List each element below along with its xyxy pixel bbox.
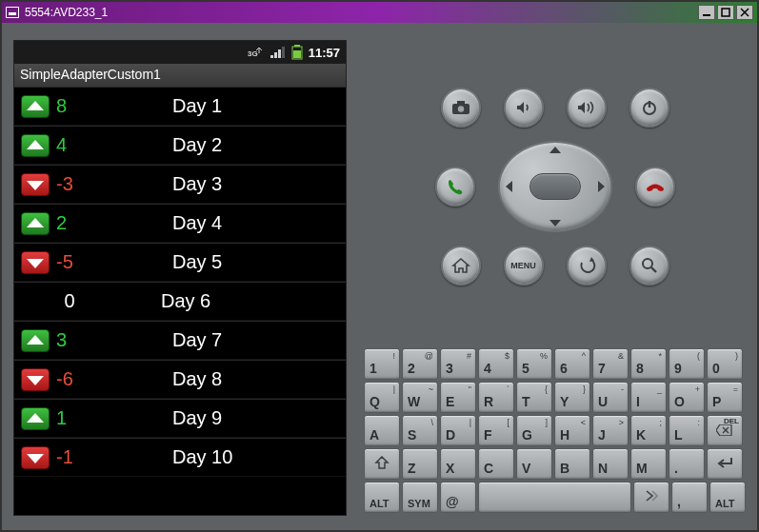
key-alt[interactable]: ALT bbox=[364, 482, 400, 513]
arrow-up-icon bbox=[21, 134, 50, 157]
dpad-down[interactable] bbox=[549, 220, 561, 227]
key-m[interactable]: M bbox=[630, 448, 667, 480]
key-space[interactable] bbox=[478, 482, 631, 513]
key-6[interactable]: ^6 bbox=[554, 348, 590, 380]
key-5[interactable]: %5 bbox=[516, 348, 552, 380]
key-alt[interactable]: ALT bbox=[709, 482, 746, 513]
emulator-controls: MENU !1@2#3$4%5^6&7*8(9)0|Q~W"E`R{T}Y-U_… bbox=[364, 23, 757, 530]
key-h[interactable]: <H bbox=[554, 415, 590, 446]
key-del[interactable]: DEL bbox=[707, 415, 743, 446]
menu-button[interactable]: MENU bbox=[504, 246, 544, 286]
key-z[interactable]: Z bbox=[402, 448, 438, 480]
trend-icon-cell bbox=[14, 251, 56, 274]
titlebar: 5554:AVD233_1 bbox=[2, 2, 757, 23]
arrow-up-icon bbox=[21, 329, 50, 352]
trend-icon-cell bbox=[14, 368, 56, 391]
dpad-up[interactable] bbox=[549, 147, 561, 153]
dpad-center[interactable] bbox=[529, 173, 581, 200]
day-label: Day 5 bbox=[106, 251, 346, 273]
list-item[interactable]: 1Day 9 bbox=[14, 399, 346, 438]
key-shift[interactable] bbox=[364, 448, 400, 480]
list-view[interactable]: 8Day 14Day 2-3Day 32Day 4-5Day 50Day 63D… bbox=[14, 87, 346, 477]
key-e[interactable]: "E bbox=[440, 382, 476, 413]
svg-rect-7 bbox=[278, 49, 281, 58]
key-.[interactable]: . bbox=[669, 448, 705, 480]
key-x[interactable]: X bbox=[440, 448, 476, 480]
list-item[interactable]: 4Day 2 bbox=[14, 126, 346, 165]
key-l[interactable]: :L bbox=[669, 415, 705, 446]
list-item[interactable]: -3Day 3 bbox=[14, 165, 346, 204]
key-n[interactable]: N bbox=[592, 448, 629, 480]
call-button[interactable] bbox=[435, 167, 475, 207]
key-4[interactable]: $4 bbox=[478, 348, 514, 380]
day-label: Day 8 bbox=[106, 368, 346, 390]
minimize-button[interactable] bbox=[698, 5, 715, 20]
value-label: 0 bbox=[45, 290, 94, 312]
maximize-button[interactable] bbox=[717, 5, 734, 20]
key-enter[interactable] bbox=[707, 448, 743, 480]
key-sym[interactable]: SYM bbox=[402, 482, 438, 513]
dpad bbox=[498, 141, 612, 232]
value-label: 2 bbox=[56, 212, 106, 234]
dpad-right[interactable] bbox=[598, 181, 605, 192]
list-item[interactable]: 8Day 1 bbox=[14, 87, 346, 126]
key-p[interactable]: =P bbox=[707, 382, 743, 413]
day-label: Day 2 bbox=[106, 134, 346, 156]
day-label: Day 7 bbox=[106, 329, 346, 351]
key-a[interactable]: A bbox=[364, 415, 400, 446]
key-k[interactable]: ;K bbox=[630, 415, 667, 446]
volume-up-button[interactable] bbox=[567, 88, 607, 128]
home-button[interactable] bbox=[441, 246, 481, 286]
key-u[interactable]: -U bbox=[592, 382, 629, 413]
key-2[interactable]: @2 bbox=[402, 348, 438, 380]
day-label: Day 9 bbox=[106, 407, 346, 429]
dpad-left[interactable] bbox=[506, 181, 512, 192]
key-t[interactable]: {T bbox=[516, 382, 552, 413]
list-item[interactable]: -6Day 8 bbox=[14, 360, 346, 399]
key-8[interactable]: *8 bbox=[630, 348, 667, 380]
volume-down-button[interactable] bbox=[504, 88, 544, 128]
list-item[interactable]: 3Day 7 bbox=[14, 321, 346, 360]
day-label: Day 3 bbox=[106, 173, 346, 195]
key-r[interactable]: `R bbox=[478, 382, 514, 413]
shift-icon bbox=[374, 456, 389, 472]
key-9[interactable]: (9 bbox=[669, 348, 705, 380]
key-g[interactable]: ]G bbox=[516, 415, 552, 446]
emulator-window: 5554:AVD233_1 3G 11:57 bbox=[0, 0, 759, 532]
key-i[interactable]: _I bbox=[630, 382, 667, 413]
day-label: Day 10 bbox=[106, 446, 346, 468]
end-call-button[interactable] bbox=[635, 167, 675, 207]
close-button[interactable] bbox=[736, 5, 753, 20]
list-item[interactable]: -5Day 5 bbox=[14, 243, 346, 282]
list-item[interactable]: -1Day 10 bbox=[14, 438, 346, 477]
trend-icon-cell bbox=[14, 446, 56, 469]
camera-button[interactable] bbox=[441, 88, 481, 128]
key-1[interactable]: !1 bbox=[364, 348, 400, 380]
key-b[interactable]: B bbox=[554, 448, 590, 480]
key-o[interactable]: +O bbox=[669, 382, 705, 413]
list-item[interactable]: 0Day 6 bbox=[14, 282, 346, 321]
key-j[interactable]: >J bbox=[592, 415, 629, 446]
keyboard-row: |Q~W"E`R{T}Y-U_I+O=P bbox=[364, 382, 746, 413]
power-button[interactable] bbox=[629, 88, 669, 128]
key-v[interactable]: V bbox=[516, 448, 552, 480]
svg-line-18 bbox=[651, 267, 656, 272]
back-button[interactable] bbox=[567, 246, 607, 286]
key-w[interactable]: ~W bbox=[402, 382, 438, 413]
key-@[interactable]: @ bbox=[440, 482, 476, 513]
list-item[interactable]: 2Day 4 bbox=[14, 204, 346, 243]
key-slash-left[interactable] bbox=[633, 482, 669, 513]
key-,[interactable]: , bbox=[671, 482, 708, 513]
key-y[interactable]: }Y bbox=[554, 382, 590, 413]
key-q[interactable]: |Q bbox=[364, 382, 400, 413]
day-label: Day 1 bbox=[106, 95, 346, 117]
key-0[interactable]: )0 bbox=[707, 348, 743, 380]
search-button[interactable] bbox=[629, 246, 669, 286]
key-7[interactable]: &7 bbox=[592, 348, 629, 380]
key-d[interactable]: |D bbox=[440, 415, 476, 446]
svg-rect-1 bbox=[722, 9, 729, 16]
key-c[interactable]: C bbox=[478, 448, 514, 480]
key-s[interactable]: \S bbox=[402, 415, 438, 446]
key-3[interactable]: #3 bbox=[440, 348, 476, 380]
key-f[interactable]: [F bbox=[478, 415, 514, 446]
